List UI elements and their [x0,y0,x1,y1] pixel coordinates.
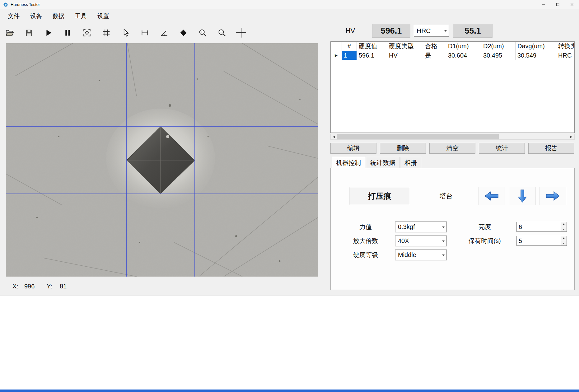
auto-measure-button[interactable] [80,25,94,40]
close-button[interactable] [565,0,579,9]
menu-settings[interactable]: 设置 [92,9,114,23]
specimen-image-view[interactable] [6,43,318,277]
arrow-right-icon [545,191,561,201]
crosshair-button[interactable] [234,25,248,40]
column-header-d2[interactable]: D2(um) [481,42,516,51]
scroll-right-arrow-icon [570,136,573,138]
menu-tools[interactable]: 工具 [70,9,92,23]
results-table: # 硬度值 硬度类型 合格 D1(um) D2(um) Davg(um) 转换类… [330,41,575,133]
table-header-row: # 硬度值 硬度类型 合格 D1(um) D2(um) Davg(um) 转换类 [331,42,575,51]
bottom-empty-area [0,296,579,390]
spinner-up-icon[interactable] [561,222,567,227]
start-icon [44,28,53,37]
minimize-button[interactable] [536,0,550,9]
scrollbar-thumb[interactable] [337,134,499,139]
column-header-num[interactable]: # [342,42,357,51]
pause-button[interactable] [60,25,75,40]
app-window: Hardness Tester 文件 设备 数据 工具 设置 [0,0,579,392]
arrow-left-icon [483,191,500,201]
dwell-spin-buttons [561,236,567,245]
column-header-davg[interactable]: Davg(um) [516,42,556,51]
turret-left-button[interactable] [478,187,505,205]
brightness-value: 6 [517,222,561,231]
hv-value: 596.1 [381,26,402,36]
table-horizontal-scrollbar[interactable] [330,134,575,140]
cell-pass[interactable]: 是 [423,51,446,60]
scrollbar-track[interactable] [337,134,568,139]
cell-type[interactable]: HV [387,51,423,60]
spinner-down-icon[interactable] [561,227,567,232]
cell-num[interactable]: 1 [342,51,357,60]
hardness-level-value: Middle [395,251,440,259]
cell-davg[interactable]: 30.549 [516,51,556,60]
brightness-input[interactable]: 6 [516,222,567,232]
indenter-button[interactable] [176,25,190,40]
column-header-pass[interactable]: 合格 [423,42,446,51]
app-logo-icon [3,2,8,7]
cell-d1[interactable]: 30.604 [446,51,481,60]
magnification-value: 40X [395,237,440,245]
measure-length-button[interactable] [138,25,152,40]
save-button[interactable] [22,25,36,40]
y-value: 81 [60,281,67,292]
statistics-button[interactable]: 统计 [479,143,525,154]
maximize-button[interactable] [550,0,565,9]
brightness-spin-buttons [561,222,567,231]
crosshair-icon [235,27,247,39]
tab-strip: 机器控制 统计数据 相册 [332,157,422,169]
titlebar: Hardness Tester [0,0,579,9]
clear-button[interactable]: 清空 [429,143,475,154]
start-button[interactable] [41,25,55,40]
x-label: X: [12,281,18,292]
edit-button[interactable]: 编辑 [330,143,376,154]
dwell-time-input[interactable]: 5 [516,236,567,246]
auto-measure-icon [82,28,91,37]
tab-statistics-data[interactable]: 统计数据 [366,157,399,168]
dwell-time-label: 保荷时间(s) [464,236,506,246]
column-header-type[interactable]: 硬度类型 [387,42,423,51]
measure-angle-button[interactable] [157,25,171,40]
measure-length-icon [140,28,149,37]
microscope-image [6,43,318,277]
grid-button[interactable] [99,25,113,40]
column-header-conversion[interactable]: 转换类 [556,42,575,51]
report-button[interactable]: 报告 [528,143,574,154]
force-select[interactable]: 0.3kgf [395,222,447,232]
zoom-out-button[interactable] [215,25,229,40]
tab-album[interactable]: 相册 [400,157,421,168]
open-file-button[interactable] [2,25,17,40]
cell-d2[interactable]: 30.495 [481,51,516,60]
column-header-d1[interactable]: D1(um) [446,42,481,51]
cell-hardness[interactable]: 596.1 [357,51,387,60]
menu-file[interactable]: 文件 [2,9,25,23]
x-value: 996 [24,281,35,292]
magnification-select[interactable]: 40X [395,236,447,246]
y-label: Y: [47,281,52,292]
scroll-right-button[interactable] [568,134,574,139]
menu-data[interactable]: 数据 [47,9,70,23]
table-row[interactable]: ▶ 1 596.1 HV 是 30.604 30.495 30.549 HRC [331,51,575,60]
scroll-left-button[interactable] [331,134,337,139]
pointer-button[interactable] [118,25,133,40]
magnification-label: 放大倍数 [344,236,387,246]
grid-icon [102,28,111,37]
turret-down-button[interactable] [509,187,536,205]
pause-icon [63,28,72,37]
make-indentation-button[interactable]: 打压痕 [349,187,410,205]
current-row-indicator: ▶ [331,51,342,60]
taskbar-edge [0,390,579,392]
conversion-scale-select[interactable]: HRC [414,25,449,37]
hardness-level-select[interactable]: Middle [395,250,447,260]
turret-label: 塔台 [429,187,464,205]
menu-device[interactable]: 设备 [25,9,47,23]
spinner-down-icon[interactable] [561,241,567,246]
spinner-up-icon[interactable] [561,236,567,241]
turret-right-button[interactable] [539,187,566,205]
delete-button[interactable]: 删除 [380,143,426,154]
hv-label: HV [341,24,360,37]
cell-conversion[interactable]: HRC [556,51,575,60]
zoom-in-button[interactable] [195,25,210,40]
indenter-icon [179,28,188,37]
tab-machine-control[interactable]: 机器控制 [332,157,365,169]
column-header-hardness[interactable]: 硬度值 [357,42,387,51]
